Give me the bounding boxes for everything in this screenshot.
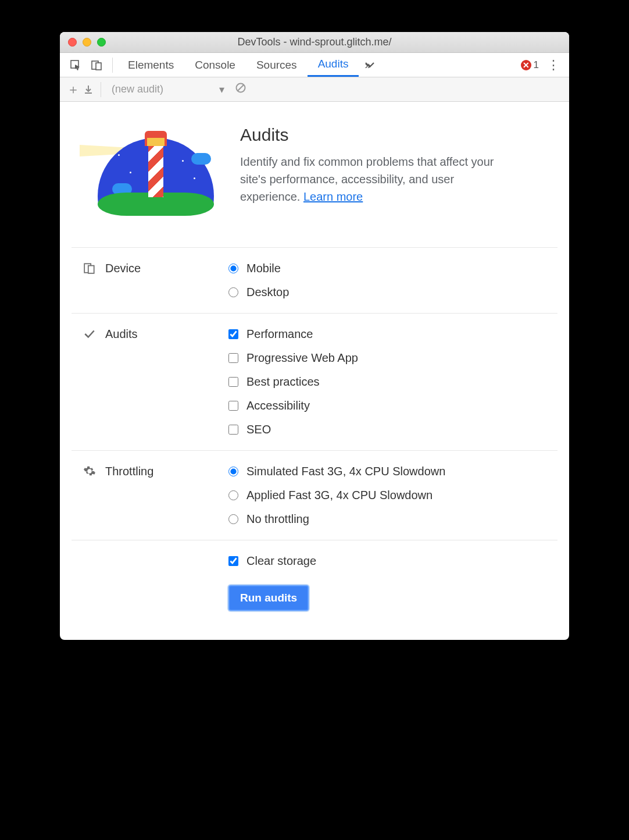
section-storage: Clear storage xyxy=(72,540,557,574)
download-icon[interactable] xyxy=(81,82,96,97)
device-icon xyxy=(83,262,96,275)
clear-storage-option[interactable]: Clear storage xyxy=(228,554,316,568)
audit-option-seo[interactable]: SEO xyxy=(228,423,358,436)
tab-audits[interactable]: Audits xyxy=(308,53,359,77)
error-indicator[interactable]: ✕ 1 xyxy=(521,59,539,71)
devtools-window: DevTools - wind-sprout.glitch.me/ Elemen… xyxy=(60,32,569,640)
checkbox-accessibility[interactable] xyxy=(228,401,238,411)
close-window-button[interactable] xyxy=(68,38,77,47)
throttling-label: Throttling xyxy=(105,465,153,478)
check-icon xyxy=(83,328,96,340)
tab-elements[interactable]: Elements xyxy=(117,53,184,77)
device-option-desktop[interactable]: Desktop xyxy=(228,286,289,299)
titlebar: DevTools - wind-sprout.glitch.me/ xyxy=(60,32,569,53)
svg-rect-6 xyxy=(88,266,94,273)
radio-simulated[interactable] xyxy=(228,467,238,476)
audits-label: Audits xyxy=(105,328,138,341)
window-title: DevTools - wind-sprout.glitch.me/ xyxy=(60,36,569,48)
audit-option-best-practices[interactable]: Best practices xyxy=(228,375,358,389)
section-throttling: Throttling Simulated Fast 3G, 4x CPU Slo… xyxy=(72,451,557,540)
checkbox-pwa[interactable] xyxy=(228,353,238,363)
throttling-option-applied[interactable]: Applied Fast 3G, 4x CPU Slowdown xyxy=(228,489,445,502)
chevron-down-icon: ▾ xyxy=(219,83,224,96)
intro-paragraph: Identify and fix common problems that af… xyxy=(240,153,502,205)
tab-sources[interactable]: Sources xyxy=(246,53,308,77)
checkbox-clear-storage[interactable] xyxy=(228,556,238,566)
svg-line-4 xyxy=(238,85,244,91)
run-row: Run audits xyxy=(72,574,557,617)
device-mobile-label: Mobile xyxy=(246,262,281,275)
audit-toolbar: ＋ (new audit) ▾ xyxy=(60,77,569,102)
throttling-simulated-label: Simulated Fast 3G, 4x CPU Slowdown xyxy=(246,465,445,478)
audit-select-label: (new audit) xyxy=(112,83,163,95)
device-option-mobile[interactable]: Mobile xyxy=(228,262,289,275)
audit-accessibility-label: Accessibility xyxy=(246,399,310,412)
tab-console[interactable]: Console xyxy=(184,53,246,77)
throttling-applied-label: Applied Fast 3G, 4x CPU Slowdown xyxy=(246,489,433,502)
section-audits: Audits Performance Progressive Web App B… xyxy=(72,314,557,451)
clear-storage-label: Clear storage xyxy=(246,554,316,568)
lighthouse-illustration xyxy=(83,125,217,230)
radio-applied[interactable] xyxy=(228,490,238,500)
checkbox-best-practices[interactable] xyxy=(228,377,238,387)
more-menu-icon[interactable]: ⋮ xyxy=(547,58,560,73)
run-audits-button[interactable]: Run audits xyxy=(228,585,309,611)
inspect-icon[interactable] xyxy=(68,58,83,73)
throttling-option-none[interactable]: No throttling xyxy=(228,512,445,526)
gear-icon xyxy=(83,465,96,478)
add-icon[interactable]: ＋ xyxy=(66,82,81,97)
checkbox-performance[interactable] xyxy=(228,329,238,339)
zoom-window-button[interactable] xyxy=(97,38,106,47)
audit-performance-label: Performance xyxy=(246,328,313,341)
page-title: Audits xyxy=(240,125,502,145)
device-toggle-icon[interactable] xyxy=(89,58,104,73)
audit-option-pwa[interactable]: Progressive Web App xyxy=(228,351,358,365)
radio-desktop[interactable] xyxy=(228,287,238,297)
throttling-none-label: No throttling xyxy=(246,512,309,526)
minimize-window-button[interactable] xyxy=(83,38,91,47)
devtools-tabs: Elements Console Sources Audits » ✕ 1 ⋮ xyxy=(60,53,569,77)
audit-option-performance[interactable]: Performance xyxy=(228,328,358,341)
error-count: 1 xyxy=(534,59,539,71)
radio-mobile[interactable] xyxy=(228,264,238,273)
device-label: Device xyxy=(105,262,141,275)
intro-body: Identify and fix common problems that af… xyxy=(240,155,494,203)
intro: Audits Identify and fix common problems … xyxy=(72,119,557,247)
tab-overflow[interactable]: » xyxy=(359,53,377,77)
audit-best-practices-label: Best practices xyxy=(246,375,320,389)
audit-select[interactable]: (new audit) ▾ xyxy=(112,83,224,96)
radio-no-throttling[interactable] xyxy=(228,514,238,524)
window-controls xyxy=(60,38,106,47)
learn-more-link[interactable]: Learn more xyxy=(303,190,363,203)
svg-rect-2 xyxy=(96,63,101,70)
audit-pwa-label: Progressive Web App xyxy=(246,351,358,365)
checkbox-seo[interactable] xyxy=(228,425,238,435)
audits-panel: Audits Identify and fix common problems … xyxy=(60,102,569,640)
section-device: Device Mobile Desktop xyxy=(72,248,557,314)
audit-option-accessibility[interactable]: Accessibility xyxy=(228,399,358,412)
device-desktop-label: Desktop xyxy=(246,286,289,299)
error-icon: ✕ xyxy=(521,60,531,70)
audit-seo-label: SEO xyxy=(246,423,271,436)
clear-icon[interactable] xyxy=(235,82,246,97)
throttling-option-simulated[interactable]: Simulated Fast 3G, 4x CPU Slowdown xyxy=(228,465,445,478)
